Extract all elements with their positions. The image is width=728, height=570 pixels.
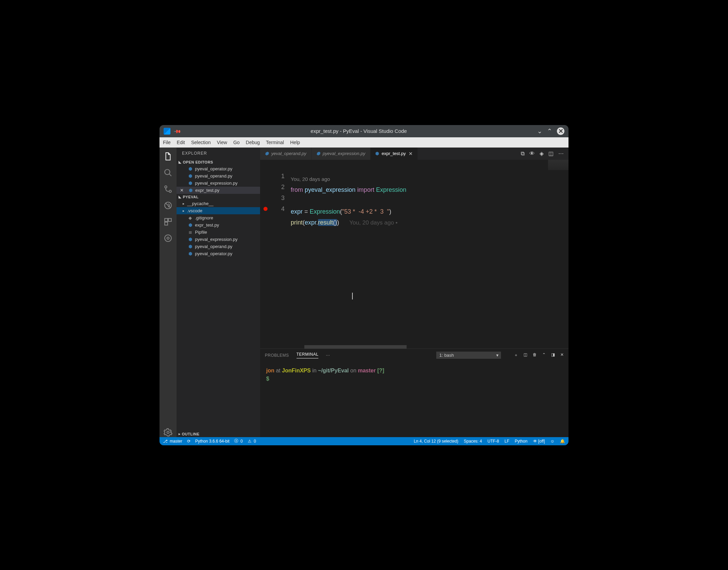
status-bar: ⎇master ⟳ Python 3.6.6 64-bit ⓧ0 ⚠0 Ln 4… bbox=[160, 437, 568, 445]
status-spaces[interactable]: Spaces: 4 bbox=[464, 439, 482, 444]
project-header[interactable]: ◣PYEVAL bbox=[177, 194, 260, 200]
kill-terminal-icon[interactable]: 🗑 bbox=[533, 352, 537, 358]
file-item[interactable]: ⬢pyeval_expression.py bbox=[177, 236, 260, 243]
outline-header[interactable]: ▸OUTLINE bbox=[177, 431, 260, 437]
text-cursor-icon bbox=[352, 293, 353, 299]
bottom-panel: PROBLEMS TERMINAL ⋯ 1: bash ＋ ◫ 🗑 ⌃ ◨ ✕ … bbox=[260, 349, 568, 437]
open-editor-item[interactable]: ⬢pyeval_expression.py bbox=[177, 180, 260, 187]
status-problems[interactable]: ⓧ0 ⚠0 bbox=[234, 438, 256, 444]
open-editor-item[interactable]: ⬢pyeval_operand.py bbox=[177, 172, 260, 180]
file-item[interactable]: ⬢pyeval_operator.py bbox=[177, 250, 260, 257]
search-icon[interactable] bbox=[163, 168, 173, 178]
menu-terminal[interactable]: Terminal bbox=[266, 140, 284, 145]
panel-more-icon[interactable]: ⋯ bbox=[326, 353, 330, 358]
sidebar: EXPLORER ◣OPEN EDITORS ⬢pyeval_operator.… bbox=[177, 148, 260, 437]
horizontal-scrollbar[interactable] bbox=[304, 345, 407, 349]
titlebar: 📌 expr_test.py - PyEval - Visual Studio … bbox=[160, 125, 568, 137]
svg-point-10 bbox=[167, 237, 169, 239]
sidebar-title: EXPLORER bbox=[177, 148, 260, 159]
menu-help[interactable]: Help bbox=[290, 140, 300, 145]
editor-area: ⬢yeval_operand.py ⬢pyeval_expression.py … bbox=[260, 148, 568, 437]
menu-selection[interactable]: Selection bbox=[191, 140, 211, 145]
vscode-window: 📌 expr_test.py - PyEval - Visual Studio … bbox=[160, 125, 568, 445]
status-feedback-icon[interactable]: ☺ bbox=[550, 439, 555, 444]
split-editor-icon[interactable]: ◫ bbox=[548, 150, 553, 157]
inline-blame: You, 20 days ago • bbox=[349, 219, 397, 226]
editor-tab[interactable]: ⬢yeval_operand.py bbox=[260, 148, 312, 160]
branch-icon: ⎇ bbox=[163, 439, 168, 444]
svg-rect-6 bbox=[165, 218, 168, 221]
tab-close-icon[interactable]: ✕ bbox=[409, 151, 413, 156]
extensions-icon[interactable] bbox=[163, 217, 173, 227]
problems-tab[interactable]: PROBLEMS bbox=[265, 353, 289, 358]
status-eol[interactable]: LF bbox=[504, 439, 509, 444]
svg-point-3 bbox=[169, 190, 171, 192]
open-editor-item[interactable]: ⬢pyeval_operator.py bbox=[177, 165, 260, 172]
open-editor-item-active[interactable]: ✕⬢expr_test.py bbox=[177, 187, 260, 194]
line-gutter: 1 2 3 4 bbox=[260, 160, 291, 349]
folder-item[interactable]: ▸__pycache__ bbox=[177, 200, 260, 207]
maximize-icon[interactable]: ⌃ bbox=[547, 127, 552, 135]
status-liveshare[interactable]: 👁 [off] bbox=[533, 439, 545, 444]
svg-rect-7 bbox=[168, 218, 171, 221]
status-language[interactable]: Python bbox=[515, 439, 527, 444]
breakpoint-icon[interactable] bbox=[263, 207, 268, 211]
status-encoding[interactable]: UTF-8 bbox=[487, 439, 499, 444]
editor-tab[interactable]: ⬢pyeval_expression.py bbox=[312, 148, 370, 160]
settings-gear-icon[interactable] bbox=[163, 428, 173, 437]
close-icon[interactable]: ✕ bbox=[180, 188, 184, 193]
activity-bar bbox=[160, 148, 177, 437]
file-item[interactable]: ⬢expr_test.py bbox=[177, 221, 260, 229]
terminal-output[interactable]: jon at JonFinXPS in ~/git/PyEval on mast… bbox=[260, 362, 568, 437]
terminal-select[interactable]: 1: bash bbox=[436, 352, 501, 359]
source-control-icon[interactable] bbox=[163, 184, 173, 194]
reveal-icon[interactable]: 👁 bbox=[529, 151, 535, 157]
codelens-text[interactable]: You, 20 days ago bbox=[291, 176, 330, 182]
error-icon: ⓧ bbox=[234, 438, 238, 444]
status-bell-icon[interactable]: 🔔 bbox=[560, 439, 565, 444]
window-title: expr_test.py - PyEval - Visual Studio Co… bbox=[180, 128, 537, 134]
compare-changes-icon[interactable]: ⧉ bbox=[521, 151, 525, 157]
menubar: File Edit Selection View Go Debug Termin… bbox=[160, 137, 568, 148]
minimap[interactable] bbox=[548, 160, 568, 170]
status-python[interactable]: Python 3.6.6 64-bit bbox=[195, 439, 230, 444]
menu-debug[interactable]: Debug bbox=[246, 140, 260, 145]
warning-icon: ⚠ bbox=[248, 439, 252, 444]
terminal-tab[interactable]: TERMINAL bbox=[297, 352, 319, 358]
tab-bar: ⬢yeval_operand.py ⬢pyeval_expression.py … bbox=[260, 148, 568, 160]
menu-file[interactable]: File bbox=[163, 140, 171, 145]
minimize-icon[interactable]: ⌄ bbox=[537, 127, 542, 135]
explorer-icon[interactable] bbox=[163, 152, 173, 161]
folder-item-selected[interactable]: ▸.vscode bbox=[177, 207, 260, 214]
code-content[interactable]: You, 20 days ago from pyeval_expression … bbox=[291, 160, 568, 349]
status-sync-icon[interactable]: ⟳ bbox=[187, 439, 191, 444]
new-terminal-icon[interactable]: ＋ bbox=[514, 352, 518, 358]
svg-line-1 bbox=[169, 174, 171, 176]
svg-point-11 bbox=[167, 431, 169, 433]
file-item[interactable]: ≣Pipfile bbox=[177, 229, 260, 236]
svg-point-9 bbox=[165, 235, 171, 242]
open-editors-header[interactable]: ◣OPEN EDITORS bbox=[177, 159, 260, 165]
editor-tab-active[interactable]: ⬢expr_test.py✕ bbox=[370, 148, 418, 160]
debug-icon[interactable] bbox=[163, 201, 173, 210]
more-actions-icon[interactable]: ⋯ bbox=[558, 150, 564, 157]
panel-maximize-icon[interactable]: ◨ bbox=[551, 352, 555, 358]
menu-view[interactable]: View bbox=[217, 140, 227, 145]
file-item[interactable]: ⬢pyeval_operand.py bbox=[177, 243, 260, 250]
vscode-logo-icon bbox=[164, 128, 170, 135]
split-terminal-icon[interactable]: ◫ bbox=[524, 352, 527, 358]
status-cursor[interactable]: Ln 4, Col 12 (9 selected) bbox=[414, 439, 458, 444]
menu-go[interactable]: Go bbox=[233, 140, 240, 145]
window-close-icon[interactable]: ✕ bbox=[557, 127, 564, 135]
svg-point-2 bbox=[165, 186, 167, 188]
panel-close-icon[interactable]: ✕ bbox=[560, 352, 564, 358]
diff-icon[interactable]: ◈ bbox=[540, 150, 544, 157]
menu-edit[interactable]: Edit bbox=[177, 140, 185, 145]
status-branch[interactable]: ⎇master bbox=[163, 439, 182, 444]
code-editor[interactable]: 1 2 3 4 You, 20 days ago from pyeval_exp… bbox=[260, 160, 568, 349]
gitlens-icon[interactable] bbox=[163, 233, 173, 243]
panel-up-icon[interactable]: ⌃ bbox=[542, 352, 546, 358]
svg-point-0 bbox=[165, 169, 170, 174]
file-item[interactable]: ◆.gitignore bbox=[177, 214, 260, 221]
svg-rect-8 bbox=[165, 222, 168, 225]
